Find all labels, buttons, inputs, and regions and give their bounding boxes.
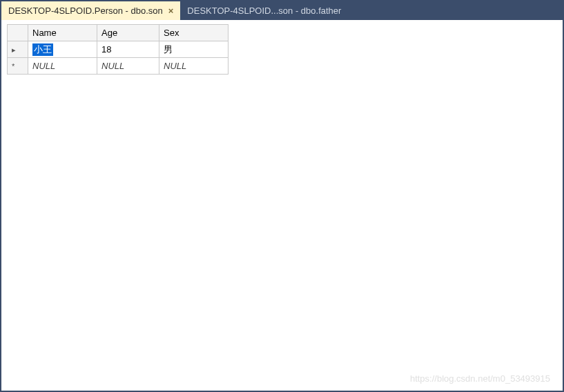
null-value: NULL [164,61,186,71]
row-indicator-icon: * [12,62,14,70]
cell[interactable]: 男 [159,41,228,58]
content-area: Name Age Sex ▸小王18男*NULLNULLNULL https:/… [1,20,563,391]
grid-body: ▸小王18男*NULLNULLNULL [8,41,228,75]
data-grid[interactable]: Name Age Sex ▸小王18男*NULLNULLNULL [7,24,228,75]
app-frame: DESKTOP-4SLPOID.Person - dbo.son × DESKT… [0,0,564,392]
watermark-text: https://blog.csdn.net/m0_53493915 [410,373,550,384]
cell[interactable]: NULL [28,58,97,75]
cell[interactable]: 18 [97,41,159,58]
app-inner: DESKTOP-4SLPOID.Person - dbo.son × DESKT… [1,1,563,391]
row-indicator-cell[interactable]: ▸ [8,41,28,58]
close-icon[interactable]: × [168,6,174,16]
tab-dbo-son[interactable]: DESKTOP-4SLPOID.Person - dbo.son × [1,1,180,20]
cell[interactable]: NULL [97,58,159,75]
table-row[interactable]: ▸小王18男 [8,41,228,58]
corner-cell[interactable] [8,25,28,41]
column-header-name[interactable]: Name [28,25,97,41]
tab-dbo-father[interactable]: DESKTOP-4SLPOID...son - dbo.father [180,1,348,20]
tab-label: DESKTOP-4SLPOID.Person - dbo.son [8,6,163,16]
row-indicator-cell[interactable]: * [8,58,28,75]
table-row[interactable]: *NULLNULLNULL [8,58,228,75]
column-header-sex[interactable]: Sex [159,25,228,41]
column-header-age[interactable]: Age [97,25,159,41]
null-value: NULL [101,61,124,71]
header-row: Name Age Sex [8,25,228,41]
cell[interactable]: 小王 [28,41,97,58]
tab-label: DESKTOP-4SLPOID...son - dbo.father [187,6,341,16]
row-indicator-icon: ▸ [12,46,16,55]
tab-strip: DESKTOP-4SLPOID.Person - dbo.son × DESKT… [1,1,563,20]
null-value: NULL [32,61,55,71]
selected-cell-value: 小王 [32,43,53,56]
cell[interactable]: NULL [159,58,228,75]
